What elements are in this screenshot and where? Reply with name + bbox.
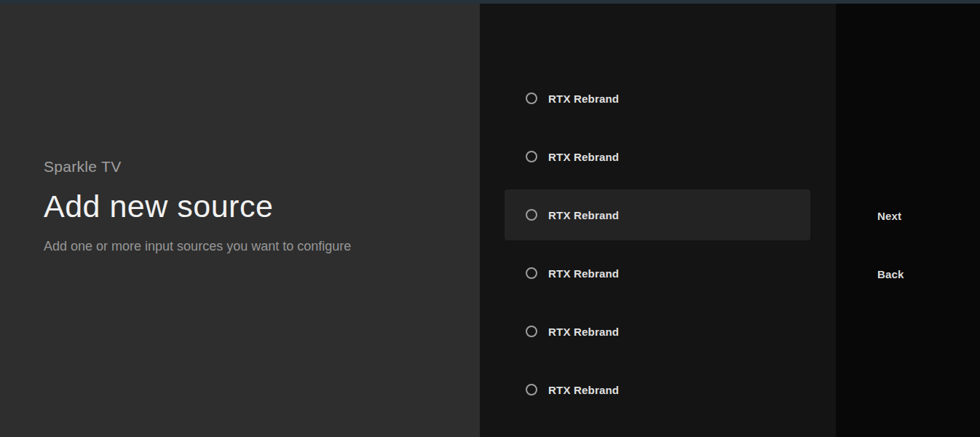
back-button[interactable]: Back (877, 264, 904, 284)
next-button[interactable]: Next (877, 205, 901, 226)
wizard-info-content: Sparkle TV Add new source Add one or mor… (44, 157, 451, 255)
source-list-item[interactable]: RTX Rebrand (505, 248, 810, 299)
source-item-label: RTX Rebrand (548, 92, 619, 105)
source-list-item[interactable]: RTX Rebrand (505, 189, 810, 240)
app-name: Sparkle TV (44, 157, 451, 176)
radio-button-icon (526, 384, 537, 395)
source-list-item[interactable]: RTX Rebrand (505, 131, 810, 182)
source-list-item[interactable]: RTX Rebrand (505, 73, 810, 124)
source-item-label: RTX Rebrand (548, 326, 619, 338)
radio-button-icon (526, 326, 537, 337)
source-item-label: RTX Rebrand (548, 267, 619, 280)
wizard-actions-panel: Next Back (836, 4, 980, 437)
top-status-bar (0, 0, 980, 4)
source-item-label: RTX Rebrand (548, 209, 619, 221)
page-title: Add new source (44, 187, 451, 225)
source-item-label: RTX Rebrand (548, 384, 619, 396)
source-item-label: RTX Rebrand (548, 151, 619, 163)
page-subtitle: Add one or more input sources you want t… (44, 237, 451, 255)
source-list-item[interactable]: RTX Rebrand (505, 306, 810, 357)
wizard-info-panel: Sparkle TV Add new source Add one or mor… (0, 4, 480, 437)
source-list: RTX Rebrand RTX Rebrand RTX Rebrand RTX … (505, 73, 810, 415)
radio-button-icon (526, 209, 537, 221)
radio-button-icon (526, 92, 537, 104)
source-list-panel: RTX Rebrand RTX Rebrand RTX Rebrand RTX … (480, 4, 836, 437)
radio-button-icon (526, 151, 537, 162)
source-list-item[interactable]: RTX Rebrand (505, 364, 810, 415)
radio-button-icon (526, 267, 537, 279)
